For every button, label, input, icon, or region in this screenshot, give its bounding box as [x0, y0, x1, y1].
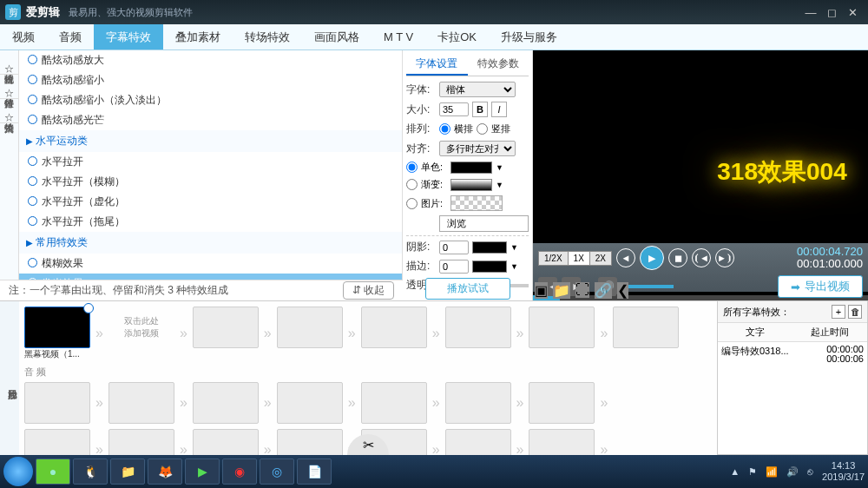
empty-clip[interactable] — [445, 307, 511, 348]
close-icon[interactable]: ✕ — [842, 3, 863, 21]
img-swatch[interactable] — [450, 195, 503, 211]
stop-button[interactable]: ◼ — [668, 248, 687, 267]
play-button[interactable]: ▶ — [640, 246, 664, 270]
menu-2[interactable]: 字幕特效 — [94, 24, 163, 49]
task-icon[interactable]: ▶ — [185, 458, 220, 485]
layout-h-radio[interactable] — [439, 123, 450, 135]
sidetab-1[interactable]: ☆停留特效 — [0, 75, 18, 99]
clip-thumb[interactable] — [24, 307, 90, 348]
maximize-icon[interactable]: ◻ — [821, 3, 842, 21]
shadow-swatch[interactable] — [472, 241, 507, 254]
tray-flag-icon[interactable]: ⚑ — [748, 466, 757, 478]
menu-4[interactable]: 转场特效 — [233, 24, 302, 49]
add-clip-hint[interactable]: 双击此处添加视频 — [108, 307, 174, 348]
solid-radio[interactable] — [406, 162, 418, 173]
audio-clip[interactable] — [529, 382, 595, 424]
task-icon[interactable]: ◉ — [222, 458, 257, 485]
solid-swatch[interactable] — [450, 162, 492, 174]
empty-clip[interactable] — [277, 307, 343, 348]
effect-option[interactable]: 水平拉开（虚化） — [19, 192, 402, 212]
menu-6[interactable]: M T V — [372, 24, 425, 49]
empty-clip[interactable] — [613, 307, 679, 348]
tray-clock[interactable]: 14:132019/3/17 — [822, 460, 865, 483]
audio-clip[interactable] — [277, 429, 343, 455]
effect-category[interactable]: 常用特效类 — [19, 232, 402, 254]
effect-option[interactable]: 模糊效果 — [19, 254, 402, 274]
task-icon[interactable]: ◎ — [260, 458, 294, 485]
collapse-button[interactable]: ⇵ 收起 — [343, 281, 394, 300]
start-button[interactable] — [3, 457, 33, 486]
audio-clip[interactable] — [24, 382, 90, 424]
task-icon[interactable]: ● — [36, 458, 70, 485]
shadow-input[interactable] — [439, 241, 469, 254]
audio-clip[interactable] — [193, 429, 259, 455]
audio-clip[interactable] — [24, 429, 90, 455]
minimize-icon[interactable]: — — [800, 3, 821, 21]
try-play-button[interactable]: 播放试试 — [425, 278, 510, 300]
audio-clip[interactable] — [108, 382, 174, 424]
stroke-input[interactable] — [439, 260, 469, 274]
add-subtitle-button[interactable]: + — [832, 305, 845, 319]
bold-button[interactable]: B — [472, 102, 488, 117]
stroke-swatch[interactable] — [472, 260, 507, 273]
browse-button[interactable]: 浏览 — [439, 215, 529, 232]
effect-option[interactable]: 酷炫动感缩小 — [19, 70, 402, 90]
prev-frame-button[interactable]: ◄ — [616, 248, 635, 267]
task-icon[interactable]: 🐧 — [73, 458, 108, 485]
del-subtitle-button[interactable]: 🗑 — [848, 305, 862, 319]
size-input[interactable] — [439, 102, 469, 116]
fullscreen-icon[interactable]: ⛶ — [575, 282, 589, 298]
audio-clip[interactable] — [445, 429, 511, 455]
menu-7[interactable]: 卡拉OK — [425, 24, 489, 49]
effect-option[interactable]: 水平拉开（拖尾） — [19, 212, 402, 232]
task-icon[interactable]: 📄 — [297, 458, 332, 485]
menu-3[interactable]: 叠加素材 — [163, 24, 233, 49]
effect-option[interactable]: 酷炫动感缩小（淡入淡出） — [19, 90, 402, 110]
effect-option[interactable]: 水平拉开（模糊） — [19, 172, 402, 192]
grad-radio[interactable] — [406, 179, 418, 190]
speed-2X[interactable]: 2X — [590, 252, 611, 265]
layout-v-radio[interactable] — [477, 123, 488, 135]
capture-icon[interactable]: ▣ — [535, 282, 548, 299]
menu-5[interactable]: 画面风格 — [302, 24, 372, 49]
step-fwd-button[interactable]: ►⦘ — [715, 248, 734, 267]
align-select[interactable]: 多行时左对齐 — [439, 141, 516, 156]
grad-swatch[interactable] — [450, 179, 492, 191]
empty-clip[interactable] — [361, 307, 427, 348]
task-icon[interactable]: 📁 — [110, 458, 145, 485]
link-icon[interactable]: 🔗 — [595, 282, 612, 299]
tab-effect-params[interactable]: 特效参数 — [468, 54, 529, 76]
audio-clip[interactable] — [277, 382, 343, 424]
tray-net-icon[interactable]: 📶 — [766, 466, 778, 478]
audio-clip[interactable] — [529, 429, 595, 455]
audio-clip[interactable] — [108, 429, 174, 455]
effect-category[interactable]: 水平运动类 — [19, 130, 402, 152]
speed-1X[interactable]: 1X — [569, 252, 590, 265]
step-back-button[interactable]: ⦗◄ — [692, 248, 711, 267]
empty-clip[interactable] — [529, 307, 595, 348]
tray-shield-icon[interactable]: ⎋ — [807, 466, 813, 477]
empty-clip[interactable] — [193, 307, 259, 348]
menu-8[interactable]: 升级与服务 — [489, 24, 569, 49]
italic-button[interactable]: I — [491, 102, 507, 117]
speed-1/2X[interactable]: 1/2X — [539, 252, 569, 265]
tray-up-icon[interactable]: ▲ — [730, 466, 740, 477]
effect-option[interactable]: 酷炫动感光芒 — [19, 110, 402, 130]
audio-clip[interactable] — [361, 382, 427, 424]
img-radio[interactable] — [406, 198, 418, 209]
sidetab-0[interactable]: ☆出现特效 — [0, 50, 18, 75]
folder-icon[interactable]: 📁 — [553, 282, 570, 299]
audio-clip[interactable] — [445, 382, 511, 424]
sidetab-2[interactable]: ☆消失特效 — [0, 99, 18, 123]
task-icon[interactable]: 🦊 — [148, 458, 182, 485]
effect-option[interactable]: 水平拉开 — [19, 152, 402, 172]
menu-1[interactable]: 音频 — [47, 24, 94, 49]
share-icon[interactable]: ❮ — [617, 282, 628, 299]
tray-vol-icon[interactable]: 🔊 — [786, 466, 799, 478]
audio-clip[interactable] — [193, 382, 259, 424]
subtitle-row[interactable]: 编导特效0318... 00:00:0000:00:06 — [718, 342, 867, 366]
effect-option[interactable]: 酷炫动感放大 — [19, 50, 402, 70]
font-select[interactable]: 楷体 — [439, 82, 516, 97]
export-button[interactable]: ➡ 导出视频 — [778, 275, 863, 298]
tab-font-settings[interactable]: 字体设置 — [406, 54, 468, 76]
